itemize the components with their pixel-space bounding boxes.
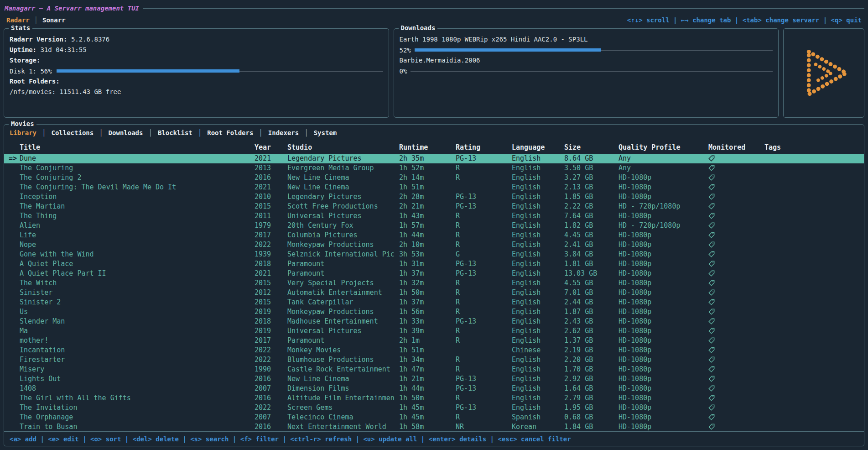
movie-row-the-girl-with-all-the-gifts[interactable]: The Girl with All the Gifts2016Altitude … — [4, 393, 864, 403]
movie-row-the-martian[interactable]: The Martian2015Scott Free Productions2h … — [4, 202, 864, 211]
tab-radarr[interactable]: Radarr — [4, 16, 34, 24]
cell-studio: Columbia Pictures — [287, 230, 399, 240]
tab-blocklist[interactable]: Blocklist — [153, 129, 197, 136]
tab-separator: │ — [34, 16, 38, 24]
cell-language: English — [512, 336, 564, 345]
movie-row-a-quiet-place[interactable]: A Quiet Place2018Paramount1h 31mPG-13Eng… — [4, 259, 864, 269]
movie-row-a-quiet-place-part-ii[interactable]: A Quiet Place Part II2021Paramount1h 37m… — [4, 269, 864, 278]
version-label: Radarr Version: — [10, 36, 67, 43]
row-selector — [4, 422, 20, 431]
cell-runtime: 2h 14m — [399, 173, 456, 183]
movie-row-sinister[interactable]: Sinister2012Automatik Entertainment1h 50… — [4, 288, 864, 298]
cell-language: English — [512, 326, 564, 336]
cell-tags — [764, 192, 864, 202]
movie-row-nope[interactable]: Nope2022Monkeypaw Productions2h 10mREngl… — [4, 240, 864, 250]
cell-title: 1408 — [20, 384, 255, 393]
movie-row-the-orphanage[interactable]: The Orphanage2007Telecinco Cinema1h 45mR… — [4, 413, 864, 422]
movie-row-life[interactable]: Life2017Columbia Pictures1h 44mREnglish4… — [4, 230, 864, 240]
movie-row-the-conjuring-the-devil-made-me-do-it[interactable]: The Conjuring: The Devil Made Me Do It20… — [4, 183, 864, 192]
row-selector — [4, 230, 20, 240]
movie-row-the-invitation[interactable]: The Invitation2022Screen Gems1h 45mPG-13… — [4, 403, 864, 413]
movie-row-sinister-2[interactable]: Sinister 22015Tank Caterpillar1h 37mREng… — [4, 298, 864, 307]
movie-row-mother-[interactable]: mother!2017Paramount2h 1mREnglish1.37 GB… — [4, 336, 864, 345]
movie-row-misery[interactable]: Misery1990Castle Rock Entertainment1h 47… — [4, 365, 864, 374]
cell-size: 2.62 GB — [564, 326, 619, 336]
movie-row-the-conjuring[interactable]: The Conjuring2013Evergreen Media Group1h… — [4, 163, 864, 173]
tab-library[interactable]: Library — [10, 129, 41, 136]
cell-studio: Universal Pictures — [287, 211, 399, 221]
cell-title: Alien — [20, 221, 255, 230]
cell-language: English — [512, 365, 564, 374]
movie-row-the-witch[interactable]: The Witch2015Very Special Projects1h 32m… — [4, 278, 864, 288]
column-header-monitored[interactable]: Monitored — [708, 143, 764, 152]
cell-studio: Monkey Movies — [287, 345, 399, 355]
movie-row-the-thing[interactable]: The Thing2011Universal Pictures1h 43mREn… — [4, 211, 864, 221]
cell-title: The Conjuring — [20, 163, 255, 173]
movie-row-incantation[interactable]: Incantation2022Monkey Movies1h 51mChines… — [4, 345, 864, 355]
column-header-year[interactable]: Year — [255, 143, 287, 152]
disk-label: Disk 1: 56% — [10, 68, 52, 75]
logo-panel — [783, 28, 864, 118]
cell-runtime: 3h 53m — [399, 250, 456, 259]
tab-downloads[interactable]: Downloads — [104, 129, 148, 136]
cell-runtime: 1h 37m — [399, 298, 456, 307]
cell-size: 8.64 GB — [564, 154, 619, 163]
row-selector — [4, 221, 20, 230]
cell-studio: Evergreen Media Group — [287, 163, 399, 173]
tab-indexers[interactable]: Indexers — [264, 129, 303, 136]
cell-year: 2010 — [255, 192, 287, 202]
cell-title: Firestarter — [20, 355, 255, 365]
uptime-label: Uptime: — [10, 46, 36, 53]
movie-row-1408[interactable]: 14082007Dimension Films1h 44mPG-13Englis… — [4, 384, 864, 393]
column-header-runtime[interactable]: Runtime — [399, 143, 456, 152]
cell-studio: Castle Rock Entertainment — [287, 365, 399, 374]
movie-row-the-conjuring-2[interactable]: The Conjuring 22016New Line Cinema2h 14m… — [4, 173, 864, 183]
cell-studio: Automatik Entertainment — [287, 288, 399, 298]
cell-year: 1979 — [255, 221, 287, 230]
cell-title: Sinister 2 — [20, 298, 255, 307]
row-selector — [4, 278, 20, 288]
cell-language: English — [512, 298, 564, 307]
column-header-studio[interactable]: Studio — [287, 143, 399, 152]
cell-title: The Conjuring 2 — [20, 173, 255, 183]
row-selector — [4, 298, 20, 307]
movie-row-ma[interactable]: Ma2019Universal Pictures1h 39mREnglish2.… — [4, 326, 864, 336]
cell-rating: R — [456, 355, 512, 365]
movie-row-slender-man[interactable]: Slender Man2018Madhouse Entertainment1h … — [4, 317, 864, 326]
movie-row-train-to-busan[interactable]: Train to Busan2016Next Entertainment Wor… — [4, 422, 864, 431]
column-header-quality-profile[interactable]: Quality Profile — [619, 143, 708, 152]
cell-rating: R — [456, 163, 512, 173]
cell-tags — [764, 393, 864, 403]
column-header-tags[interactable]: Tags — [764, 143, 864, 152]
movie-row-firestarter[interactable]: Firestarter2022Blumhouse Productions1h 3… — [4, 355, 864, 365]
tab-collections[interactable]: Collections — [47, 129, 98, 136]
cell-title: Us — [20, 307, 255, 317]
cell-language: English — [512, 307, 564, 317]
cell-size: 1.64 GB — [564, 384, 619, 393]
app-title: Managarr — A Servarr management TUI — [4, 5, 143, 12]
movie-row-us[interactable]: Us2019Monkeypaw Productions1h 56mREnglis… — [4, 307, 864, 317]
cell-language: Spanish — [512, 413, 564, 422]
column-header-size[interactable]: Size — [564, 143, 619, 152]
cell-language: English — [512, 374, 564, 384]
tab-system[interactable]: System — [309, 129, 342, 136]
movie-row-alien[interactable]: Alien197920th Century Fox1h 57mREnglish1… — [4, 221, 864, 230]
column-header-title[interactable]: Title — [20, 143, 255, 152]
column-header-rating[interactable]: Rating — [456, 143, 512, 152]
tab-sonarr[interactable]: Sonarr — [38, 16, 70, 24]
cell-title: The Thing — [20, 211, 255, 221]
tag-icon — [708, 289, 715, 296]
cell-monitored — [708, 259, 764, 269]
cell-rating: R — [456, 307, 512, 317]
tab-separator: │ — [98, 129, 104, 136]
column-header-language[interactable]: Language — [512, 143, 564, 152]
cell-monitored — [708, 365, 764, 374]
movie-row-inception[interactable]: Inception2010Legendary Pictures2h 28mPG-… — [4, 192, 864, 202]
tab-root-folders[interactable]: Root Folders — [203, 129, 258, 136]
tag-icon — [708, 270, 715, 277]
movie-row-gone-with-the-wind[interactable]: Gone with the Wind1939Selznick Internati… — [4, 250, 864, 259]
cell-quality: HD-1080p — [619, 403, 708, 413]
cell-size: 2.19 GB — [564, 345, 619, 355]
movie-row-lights-out[interactable]: Lights Out2016New Line Cinema1h 21mPG-13… — [4, 374, 864, 384]
movie-row-dune[interactable]: =>Dune2021Legendary Pictures2h 35mPG-13E… — [4, 154, 864, 163]
